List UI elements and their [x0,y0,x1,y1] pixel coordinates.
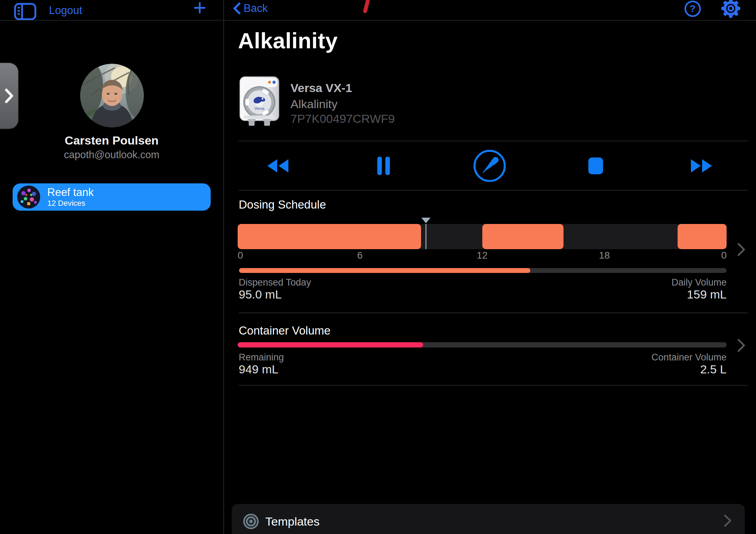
container-fill [238,342,423,347]
status-led-blue [273,81,276,84]
pause-button[interactable] [367,149,400,183]
chevron-right-icon [5,88,14,104]
container-capacity-value: 2.5 L [587,363,727,376]
red-annotation-mark [363,0,371,14]
add-button[interactable]: + [193,0,206,19]
eyedropper-icon [473,148,506,183]
container-detail-chevron[interactable] [736,338,746,354]
sidebar: Logout + [0,0,223,534]
axis-tick-label: 6 [357,250,363,261]
help-button[interactable]: ? [684,0,701,19]
axis-tick-label: 18 [599,250,610,261]
container-volume-title: Container Volume [239,324,330,337]
user-avatar [80,64,144,127]
daily-volume-value: 159 mL [587,288,727,301]
schedule-segment [482,224,564,249]
stop-button[interactable] [579,149,612,183]
app-screen: Logout + [0,0,756,534]
rewind-button[interactable] [261,149,294,183]
sidebar-expand-handle[interactable] [0,62,19,129]
tank-name: Reef tank [47,186,94,199]
dosing-schedule-title: Dosing Schedule [239,198,326,211]
pause-icon [377,156,391,175]
chevron-right-icon [736,338,746,353]
rewind-icon [267,159,288,173]
remaining-value: 949 mL [239,363,278,376]
divider [239,385,748,386]
back-label: Back [244,2,268,15]
dispensed-value: 95.0 mL [239,288,282,301]
gear-icon [721,0,741,18]
templates-button[interactable]: Templates [232,504,745,534]
question-mark-glyph: ? [690,3,696,14]
page-title: Alkalinity [238,28,338,53]
current-time-marker-line [426,224,427,249]
divider [239,190,748,191]
manual-dose-button[interactable] [473,149,506,183]
templates-bullseye-icon [243,513,259,529]
daily-volume-label: Daily Volume [587,277,727,288]
schedule-track[interactable] [238,224,727,249]
axis-tick-label: 0 [238,250,243,261]
current-time-marker [421,218,430,223]
versa-logo-text: Versa [254,106,265,111]
settings-button[interactable] [721,0,741,20]
tank-device-count: 12 Devices [47,199,94,208]
remaining-label: Remaining [239,352,284,363]
schedule-segment [678,224,727,249]
device-image: Versa [239,75,280,128]
device-name: Versa VX-1 [290,81,352,95]
templates-label: Templates [265,515,320,528]
fast-forward-button[interactable] [685,149,719,183]
dispensed-progressbar [239,268,727,273]
device-serial: 7P7K00497CRWF9 [290,112,395,126]
dispensed-label: Dispensed Today [239,277,311,288]
back-button[interactable]: Back [233,2,268,15]
axis-tick-label: 0 [721,250,727,261]
schedule-axis: 0612180 [238,250,727,262]
divider [239,312,748,313]
container-progressbar [238,342,727,347]
dispensed-fill [239,268,530,273]
sidebar-item-reef-tank[interactable]: Reef tank 12 Devices [13,183,211,211]
divider [239,141,748,141]
status-led-orange [268,81,271,84]
sidebar-toggle-icon[interactable] [14,3,36,22]
schedule-detail-chevron[interactable] [736,242,746,258]
container-capacity-label: Container Volume [587,352,727,363]
stop-icon [588,157,603,175]
chevron-left-icon [233,2,241,15]
user-name: Carsten Poulsen [0,134,223,147]
templates-chevron [723,514,732,529]
navbar-hairline [0,20,756,21]
chevron-right-icon [736,242,746,257]
tank-thumbnail [17,185,40,209]
axis-tick-label: 12 [477,250,488,261]
device-mode: Alkalinity [290,97,337,111]
logout-button[interactable]: Logout [49,4,82,17]
fast-forward-icon [691,159,713,173]
schedule-segment [238,224,421,249]
user-email: capoth@outlook.com [0,149,223,161]
panel-divider [223,0,224,534]
